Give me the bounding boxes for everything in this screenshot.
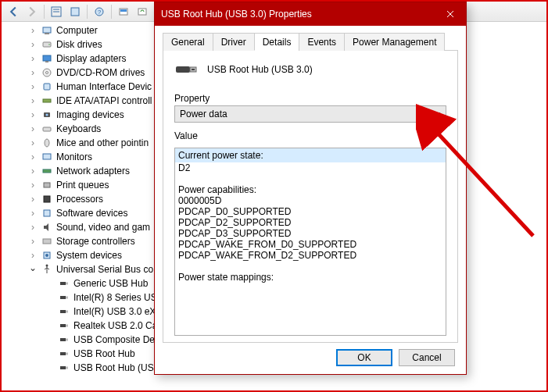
tree-item-label: Universal Serial Bus co [56,264,153,275]
nav-forward-button[interactable] [23,4,41,20]
sys-icon [41,249,53,262]
svg-rect-18 [43,99,51,102]
svg-rect-44 [60,366,66,369]
expand-arrow-icon[interactable]: › [28,67,38,78]
tree-item-label: Disk drives [56,39,102,50]
expand-arrow-icon[interactable]: › [28,123,38,134]
expand-arrow-icon[interactable]: › [28,25,38,36]
tree-item-label: Network adapters [56,166,130,176]
svg-rect-7 [120,9,127,12]
expand-arrow-icon[interactable]: › [28,137,38,148]
svg-rect-41 [66,339,68,341]
tree-item-label: Human Interface Devic [56,81,152,92]
expand-arrow-icon[interactable]: › [28,222,38,233]
value-line[interactable]: PDCAP_WAKE_FROM_D2_SUPPORTED [178,250,442,261]
device-name: USB Root Hub (USB 3.0) [207,64,313,75]
value-line[interactable]: PDCAP_D3_SUPPORTED [178,228,442,239]
dialog-title: USB Root Hub (USB 3.0) Properties [161,9,435,20]
expand-arrow-icon[interactable]: › [28,53,38,64]
value-line[interactable]: Power state mappings: [178,272,442,283]
mon-icon [41,151,53,163]
expand-arrow-icon[interactable]: › [28,236,38,247]
mouse-icon [41,137,53,149]
expand-arrow-open-icon[interactable]: ⌄ [28,262,38,273]
scan-button[interactable] [115,4,132,20]
expand-arrow-icon[interactable]: › [28,166,38,176]
tab-details[interactable]: Details [254,33,300,51]
svg-point-12 [48,44,50,45]
tree-item-label: Generic USB Hub [73,278,148,289]
value-line[interactable] [178,173,442,184]
svg-rect-35 [66,297,68,299]
expand-arrow-icon[interactable]: › [28,194,38,205]
svg-rect-42 [60,352,66,355]
help-button[interactable]: ? [91,4,108,20]
stor-icon [41,235,53,248]
expand-arrow-icon[interactable]: › [28,39,38,50]
svg-rect-32 [60,282,66,285]
svg-rect-27 [44,210,50,216]
value-line[interactable]: Power capabilities: [178,184,442,195]
dialog-tabs: GeneralDriverDetailsEventsPower Manageme… [163,32,458,51]
properties-button[interactable] [66,4,84,20]
value-line[interactable] [178,261,442,272]
disk-icon [41,38,53,51]
tree-item-label: Imaging devices [56,109,124,120]
svg-text:?: ? [98,9,102,16]
tab-power-management[interactable]: Power Management [344,33,445,51]
expand-arrow-icon[interactable]: › [28,180,38,191]
expand-arrow-icon[interactable]: › [28,208,38,219]
property-label: Property [174,93,446,104]
svg-rect-33 [66,283,68,285]
show-hidden-button[interactable] [48,4,65,20]
nav-back-button[interactable] [5,4,22,20]
property-dropdown[interactable]: Power data [174,105,446,123]
svg-rect-39 [66,325,68,327]
close-button[interactable] [435,2,466,26]
svg-rect-26 [44,196,50,202]
value-line[interactable]: 0000005D [178,195,442,206]
tab-driver[interactable]: Driver [213,33,255,51]
tree-item-label: System devices [56,250,122,261]
tree-item-label: Keyboards [56,123,101,134]
value-listbox[interactable]: Current power state:D2 Power capabilitie… [174,148,446,336]
svg-point-16 [46,72,48,74]
value-line[interactable]: PDCAP_D2_SUPPORTED [178,217,442,228]
tab-events[interactable]: Events [299,33,345,51]
tree-item-label: Computer [56,25,98,36]
dialog-footer: OK Cancel [163,343,458,366]
usbdev-icon [58,277,70,290]
tab-general[interactable]: General [163,33,213,51]
usbdev-icon [58,305,70,318]
usbdev-icon [58,319,70,332]
svg-rect-40 [60,338,66,341]
expand-arrow-icon[interactable]: › [28,151,38,162]
tree-item-label: Sound, video and gam [56,222,150,233]
value-line[interactable]: PDCAP_WAKE_FROM_D0_SUPPORTED [178,239,442,250]
svg-rect-21 [43,127,51,131]
svg-rect-14 [45,61,48,62]
tree-item-label: Software devices [56,208,127,219]
svg-rect-17 [44,84,50,90]
usb-device-icon [174,60,199,79]
svg-rect-23 [43,154,51,159]
cancel-button[interactable]: Cancel [399,349,455,366]
value-line[interactable]: PDCAP_D0_SUPPORTED [178,206,442,217]
chevron-down-icon [435,111,441,117]
expand-arrow-icon[interactable]: › [28,250,38,261]
expand-arrow-icon[interactable]: › [28,81,38,92]
value-line[interactable]: Current power state: [175,148,446,162]
svg-rect-34 [60,296,66,299]
value-line[interactable]: D2 [178,162,442,173]
value-label: Value [174,130,446,141]
dialog-titlebar[interactable]: USB Root Hub (USB 3.0) Properties [155,2,466,26]
svg-rect-25 [44,183,50,187]
update-button[interactable] [134,4,151,20]
expand-arrow-icon[interactable]: › [28,95,38,106]
usbdev-icon [58,362,70,374]
expand-arrow-icon[interactable]: › [28,109,38,120]
usbdev-icon [58,333,70,346]
tree-item-label: Processors [56,194,103,205]
ok-button[interactable]: OK [336,349,392,366]
svg-rect-10 [45,33,49,34]
